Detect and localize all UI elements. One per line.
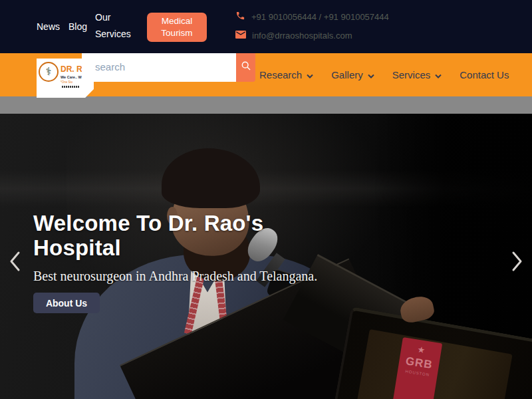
search-input[interactable] [82,52,236,82]
prev-slide-arrow[interactable] [5,249,26,275]
nav-item-contact-us[interactable]: Contact Us [460,69,509,80]
blog-link[interactable]: Blog [68,0,87,53]
hero-title: Welcome To Dr. Rao'sHospital [33,211,317,260]
nav-item-gallery[interactable]: Gallery [331,69,374,80]
chevron-down-icon [307,69,313,80]
main-menu: Research Gallery Services Contact Us [259,53,509,96]
search-icon [241,61,251,73]
main-navbar: ⚕ DR. RA We Care.. W *One Sto Research [0,53,532,96]
about-us-button[interactable]: About Us [33,293,100,313]
medical-tourism-button[interactable]: Medical Tourism [147,13,207,42]
topbar: News Blog Our Services Medical Tourism +… [0,0,532,53]
nav-item-research[interactable]: Research [259,69,313,80]
page: News Blog Our Services Medical Tourism +… [0,0,532,399]
star-icon: ★ [417,345,426,355]
next-slide-arrow[interactable] [506,249,527,275]
chevron-down-icon [368,69,374,80]
search-button[interactable] [236,52,255,82]
chevron-down-icon [435,69,442,80]
email-icon [235,29,246,41]
logo-fineprint [62,86,79,88]
phone-icon [235,11,245,23]
divider-strip [0,96,532,114]
phone-row: +91 9010056444 / +91 9010057444 [235,11,389,23]
hero-subtitle: Best neurosurgeon in Andhra Pradesh and … [33,269,317,284]
search-box [82,52,255,82]
contact-info: +91 9010056444 / +91 9010057444 info@drr… [235,11,389,41]
hero-slider: ★ GRB HOUSTON Welcome To Dr. Rao'sHospit… [0,114,532,399]
email-row: info@drraoshospitals.com [235,29,389,41]
email-address[interactable]: info@drraoshospitals.com [252,31,352,41]
hero-content: Welcome To Dr. Rao'sHospital Best neuros… [33,211,317,313]
logo-emblem-icon: ⚕ [39,62,59,82]
phone-numbers[interactable]: +91 9010056444 / +91 9010057444 [251,12,389,22]
nav-item-services[interactable]: Services [392,69,442,80]
news-link[interactable]: News [37,0,60,53]
our-services-link[interactable]: Our Services [95,9,135,43]
